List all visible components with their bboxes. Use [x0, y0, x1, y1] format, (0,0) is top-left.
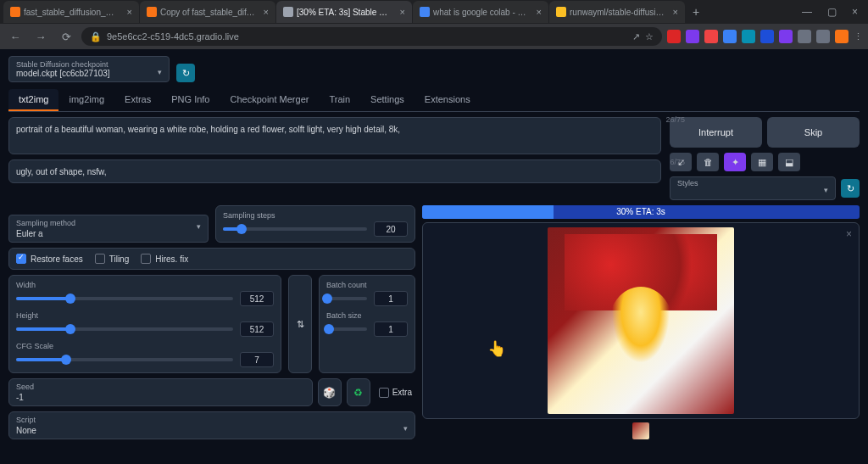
close-icon[interactable]: × — [400, 7, 405, 17]
minimize-icon[interactable]: — — [802, 6, 812, 18]
extra-networks-button[interactable]: ✦ — [724, 153, 746, 171]
ext-icon[interactable] — [723, 30, 737, 43]
ext-icon[interactable] — [835, 30, 849, 43]
swap-dimensions-button[interactable]: ⇅ — [288, 275, 312, 373]
tab-checkpoint-merger[interactable]: Checkpoint Merger — [220, 89, 319, 111]
tab-settings[interactable]: Settings — [360, 89, 415, 111]
menu-icon[interactable]: ⋮ — [854, 31, 863, 42]
styles-select[interactable]: Styles ▾ — [670, 176, 836, 200]
batch-count-value[interactable]: 1 — [374, 291, 408, 306]
tab-pnginfo[interactable]: PNG Info — [161, 89, 220, 111]
batch-count-slider[interactable] — [326, 297, 367, 300]
tab-train[interactable]: Train — [319, 89, 360, 111]
browser-tab-2[interactable]: [30% ETA: 3s] Stable Diffusion× — [276, 1, 412, 23]
main-tabs: txt2img img2img Extras PNG Info Checkpoi… — [8, 89, 860, 112]
generated-image[interactable] — [548, 227, 734, 414]
hires-fix-checkbox[interactable]: Hires. fix — [141, 254, 188, 264]
prompt-token-counter: 26/75 — [665, 115, 685, 124]
reuse-seed-button[interactable]: ♻ — [347, 378, 370, 406]
apply-style-button[interactable]: ↻ — [841, 179, 860, 198]
height-slider[interactable] — [16, 327, 233, 331]
chevron-down-icon: ▾ — [403, 424, 408, 433]
share-icon[interactable]: ↗ — [632, 31, 640, 42]
maximize-icon[interactable]: ▢ — [827, 6, 837, 18]
restore-faces-checkbox[interactable]: Restore faces — [16, 254, 83, 264]
skip-button[interactable]: Skip — [767, 117, 860, 148]
ext-icon[interactable] — [686, 30, 699, 43]
width-value[interactable]: 512 — [240, 291, 274, 306]
progress-bar: 30% ETA: 3s — [422, 205, 860, 219]
neg-prompt-token-counter: 6/75 — [670, 158, 685, 166]
negative-prompt-input[interactable]: ugly, out of shape, nsfw, — [8, 159, 661, 183]
close-window-icon[interactable]: × — [852, 6, 858, 18]
seed-extras-checkbox[interactable]: Extra — [376, 378, 415, 406]
chevron-down-icon: ▾ — [158, 68, 162, 76]
forward-icon[interactable]: → — [31, 31, 51, 43]
clipboard-button[interactable]: ▦ — [751, 153, 773, 171]
browser-tab-4[interactable]: runwayml/stable-diffusion-v1× — [549, 1, 685, 23]
save-style-button[interactable]: ⬓ — [778, 153, 800, 171]
ext-icon[interactable] — [760, 30, 774, 43]
browser-tab-0[interactable]: fast_stable_diffusion_AUTOMA× — [3, 1, 139, 23]
tab-img2img[interactable]: img2img — [58, 89, 114, 111]
ext-icon[interactable] — [667, 30, 681, 43]
star-icon[interactable]: ☆ — [645, 31, 654, 42]
ext-icon[interactable] — [704, 30, 718, 43]
tiling-checkbox[interactable]: Tiling — [95, 254, 130, 264]
height-value[interactable]: 512 — [240, 321, 274, 337]
chevron-down-icon: ▾ — [824, 186, 828, 194]
seed-input[interactable]: Seed -1 — [8, 378, 313, 406]
ext-icon[interactable] — [798, 30, 811, 43]
tab-extras[interactable]: Extras — [114, 89, 161, 111]
close-icon[interactable]: × — [127, 7, 132, 17]
browser-tab-1[interactable]: Copy of fast_stable_diffusion× — [140, 1, 275, 23]
close-preview-icon[interactable]: × — [846, 228, 852, 240]
new-tab-button[interactable]: + — [686, 5, 706, 19]
output-image-panel: × — [422, 222, 860, 419]
sampling-steps-slider[interactable] — [223, 227, 367, 231]
sampling-steps-value[interactable]: 20 — [374, 221, 408, 237]
cfg-slider[interactable] — [16, 358, 233, 361]
lock-icon: 🔒 — [90, 31, 102, 42]
tab-extensions[interactable]: Extensions — [415, 89, 481, 111]
batch-size-slider[interactable] — [326, 327, 367, 331]
browser-extensions: ⋮ — [667, 30, 863, 43]
width-slider[interactable] — [16, 297, 233, 300]
trash-button[interactable]: 🗑 — [697, 153, 719, 171]
script-select[interactable]: Script None ▾ — [8, 411, 415, 439]
sampling-method-select[interactable]: Sampling method Euler a ▾ — [8, 215, 209, 243]
close-icon[interactable]: × — [537, 7, 542, 17]
batch-size-value[interactable]: 1 — [374, 321, 408, 337]
back-icon[interactable]: ← — [5, 31, 25, 43]
close-icon[interactable]: × — [264, 7, 269, 17]
refresh-checkpoint-button[interactable]: ↻ — [176, 64, 195, 82]
ext-icon[interactable] — [742, 30, 755, 43]
checkpoint-select[interactable]: Stable Diffusion checkpoint model.ckpt [… — [8, 56, 170, 82]
browser-tabs: fast_stable_diffusion_AUTOMA× Copy of fa… — [0, 0, 868, 24]
cfg-value[interactable]: 7 — [240, 352, 274, 367]
reload-icon[interactable]: ⟳ — [56, 31, 76, 43]
close-icon[interactable]: × — [673, 7, 678, 17]
random-seed-button[interactable]: 🎲 — [318, 378, 342, 406]
chevron-down-icon: ▾ — [197, 222, 201, 231]
output-thumbnail[interactable] — [632, 422, 649, 439]
ext-icon[interactable] — [816, 30, 830, 43]
tab-txt2img[interactable]: txt2img — [8, 89, 58, 111]
url-text: 9e5e6cc2-c519-4dc5.gradio.live — [107, 31, 239, 42]
address-bar[interactable]: 🔒 9e5e6cc2-c519-4dc5.gradio.live ↗ ☆ — [81, 27, 662, 46]
prompt-input[interactable]: portrait of a beautiful woman, wearing a… — [8, 117, 661, 154]
ext-icon[interactable] — [779, 30, 793, 43]
browser-tab-3[interactable]: what is google colab - Google× — [413, 1, 548, 23]
